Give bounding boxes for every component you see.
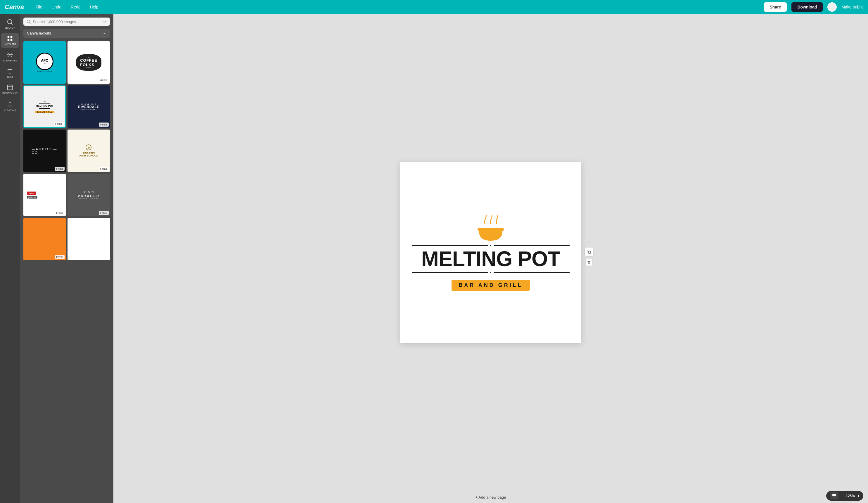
search-icon (26, 19, 31, 24)
sidebar-label-search: SEARCH (4, 26, 16, 29)
canvas-area: MELTING POT BAR AND GRILL 1 (113, 14, 868, 491)
template-hurst[interactable]: hurst galleries FREE (23, 174, 66, 216)
download-button[interactable]: Download (792, 2, 823, 12)
sidebar-item-search[interactable]: SEARCH (1, 17, 19, 32)
present-icon (832, 493, 836, 497)
svg-point-6 (27, 20, 30, 23)
sidebar-item-uploads[interactable]: UPLOADS (1, 98, 19, 113)
free-badge-orange: FREE (55, 255, 65, 259)
bottom-bar: + Add a new page (113, 491, 868, 503)
chevron-down-icon (102, 19, 107, 24)
page-number: 1 (588, 240, 590, 244)
template-voyager[interactable]: VOYAGER NAVIGATION APP FREE (68, 174, 110, 216)
topbar: Canva File Undo Redo Help Share Download… (0, 0, 868, 14)
dropdown-label: Canva layouts (27, 31, 51, 36)
dropdown-chevron-icon (102, 31, 106, 36)
steam-icon (479, 215, 503, 225)
page-controls: 1 (585, 240, 593, 266)
sidebar-item-background[interactable]: BKGROUND (1, 82, 19, 97)
add-page-button[interactable]: + Add a new page (475, 495, 506, 500)
present-button[interactable] (830, 492, 838, 500)
svg-rect-2 (8, 39, 9, 41)
template-audios[interactable]: —AUDIOS—CO. FREE (23, 130, 66, 172)
sidebar-icons: SEARCH LAYOUTS ELEMENTS TEXT BKGROUND UP… (0, 14, 20, 503)
svg-rect-7 (477, 228, 504, 231)
make-public-button[interactable]: Make public (841, 5, 863, 9)
sidebar-label-background: BKGROUND (2, 92, 18, 95)
templates-grid: AFC ⚽ AGUILA FUTBOL THE COFFEEFOLKS COMP… (23, 41, 110, 260)
svg-rect-0 (8, 36, 9, 38)
pot-icon (412, 215, 570, 242)
share-button[interactable]: Share (764, 2, 787, 12)
svg-rect-5 (8, 85, 12, 90)
canvas[interactable]: MELTING POT BAR AND GRILL (400, 162, 581, 343)
svg-point-4 (9, 54, 11, 56)
menu-redo[interactable]: Redo (69, 3, 83, 11)
sidebar-label-text: TEXT (7, 76, 13, 78)
free-badge-coffee: FREE (99, 78, 109, 82)
free-badge-voyager: FREE (99, 211, 109, 215)
subtitle-text: BAR AND GRILL (458, 282, 523, 288)
bowl-icon (476, 227, 505, 241)
template-melting[interactable]: 🍲 MELTING POT BAR AND GRILL FREE (23, 85, 66, 128)
svg-rect-3 (11, 39, 12, 41)
sidebar-item-text[interactable]: TEXT (1, 66, 19, 81)
menu-undo[interactable]: Undo (49, 3, 64, 11)
free-badge-riverdale: FREE (99, 122, 109, 127)
subtitle-bar: BAR AND GRILL (452, 280, 529, 291)
template-coffee[interactable]: THE COFFEEFOLKS COMPANY FREE (68, 41, 110, 84)
main-title: MELTING POT (412, 248, 570, 269)
canvas-wrap: MELTING POT BAR AND GRILL 1 (400, 162, 581, 343)
search-wrap (23, 18, 110, 26)
search-input[interactable] (33, 20, 102, 24)
copy-icon (587, 250, 591, 254)
free-badge-audios: FREE (55, 167, 65, 171)
zoom-controls: − 125% + (826, 491, 863, 501)
svg-rect-9 (832, 494, 836, 496)
layout-dropdown[interactable]: Canva layouts (23, 29, 110, 38)
template-white2[interactable] (68, 218, 110, 260)
svg-rect-1 (11, 36, 12, 38)
copy-page-button[interactable] (585, 248, 593, 256)
sidebar-item-layouts[interactable]: LAYOUTS (1, 33, 19, 48)
zoom-in-button[interactable]: + (857, 494, 860, 498)
design-content: MELTING POT BAR AND GRILL (400, 203, 581, 302)
template-einstein[interactable]: ◎ EINSTEINHIGH SCHOOL FREE (68, 130, 110, 172)
logo: Canva (5, 3, 24, 11)
zoom-level: 125% (846, 494, 855, 498)
left-panel: Canva layouts AFC ⚽ AGUILA FUTBOL THE (20, 14, 113, 503)
free-badge-hurst: FREE (55, 211, 65, 215)
zoom-out-button[interactable]: − (841, 494, 844, 498)
free-badge-melting: FREE (54, 122, 64, 126)
template-afc[interactable]: AFC ⚽ AGUILA FUTBOL (23, 41, 66, 84)
avatar[interactable] (827, 2, 837, 12)
template-riverdale[interactable]: 1962 📖 2020 RIVERDALE PUBLIC LIBRARY FRE… (68, 85, 110, 128)
trash-icon (587, 261, 591, 264)
menu-help[interactable]: Help (88, 3, 101, 11)
sidebar-label-elements: ELEMENTS (3, 59, 17, 62)
svg-rect-8 (588, 251, 591, 253)
sidebar-label-layouts: LAYOUTS (4, 43, 16, 46)
template-orange[interactable]: FREE (23, 218, 66, 260)
menu-file[interactable]: File (33, 3, 45, 11)
delete-page-button[interactable] (586, 259, 592, 266)
sidebar-label-uploads: UPLOADS (3, 108, 16, 111)
free-badge-einstein: FREE (99, 167, 109, 171)
sidebar-item-elements[interactable]: ELEMENTS (1, 49, 19, 64)
